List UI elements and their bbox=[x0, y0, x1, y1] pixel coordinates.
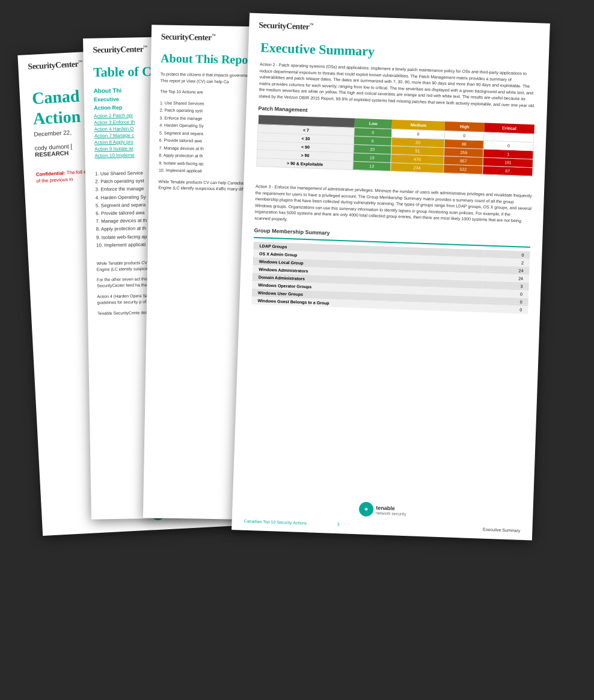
group-table: LDAP Groups0OS X Admin Group2Windows Loc… bbox=[251, 242, 530, 314]
exec-intro: Action 2 - Patch operating systems (OSs)… bbox=[246, 61, 548, 109]
group-table-body: LDAP Groups0OS X Admin Group2Windows Loc… bbox=[251, 242, 530, 314]
patch-table: Low Medium High Critical < 7000< 3062088… bbox=[256, 115, 534, 176]
page-container: SecurityCenter™ Canad Action December 22… bbox=[0, 0, 594, 700]
exec-footer-right: Executive Summary bbox=[483, 527, 520, 533]
logo-page4: SecurityCenter™ bbox=[249, 13, 550, 45]
exec-footer-left: Canadian Top 10 Security Actions 3 bbox=[244, 519, 340, 527]
document-page-4: SecurityCenter™ Executive Summary Action… bbox=[231, 13, 550, 541]
exec-title: Executive Summary bbox=[260, 40, 537, 65]
patch-table-body: < 7000< 30620880< 9020512591> 9019476957… bbox=[257, 124, 534, 176]
tenable-logo-page4: tenable network security bbox=[359, 502, 406, 518]
group-intro: Action 3 - Enforce the management of adm… bbox=[242, 183, 544, 231]
